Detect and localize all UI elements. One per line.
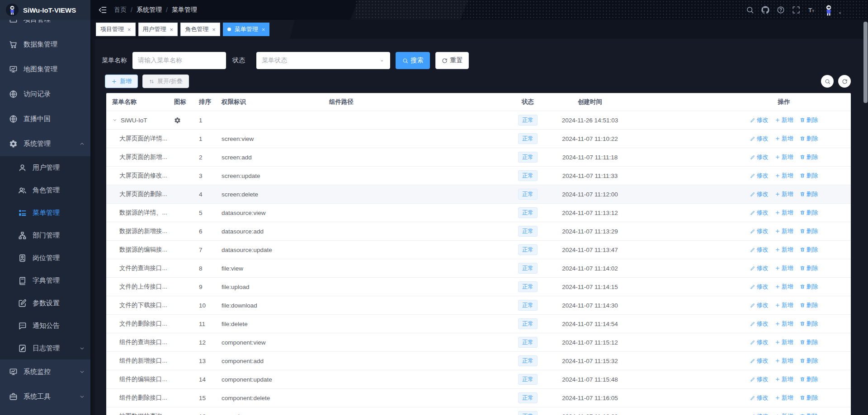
- row-add-link[interactable]: 新增: [775, 375, 793, 383]
- sidebar-item-param-settings[interactable]: 参数设置: [0, 292, 90, 314]
- row-add-link[interactable]: 新增: [775, 338, 793, 346]
- sidebar-item-dataset[interactable]: 数据集管理: [0, 32, 90, 57]
- tab-menus[interactable]: 菜单管理×: [223, 23, 270, 36]
- row-edit-link[interactable]: 修改: [750, 394, 769, 402]
- row-delete-link[interactable]: 删除: [800, 412, 818, 415]
- row-edit-link[interactable]: 修改: [750, 246, 769, 254]
- table-row[interactable]: 数据源的编辑接...7datasource:update正常2024-11-07…: [106, 241, 851, 259]
- row-add-link[interactable]: 新增: [775, 320, 793, 328]
- menu-status-select[interactable]: 菜单状态: [256, 52, 390, 69]
- row-add-link[interactable]: 新增: [775, 172, 793, 180]
- row-edit-link[interactable]: 修改: [750, 116, 769, 124]
- row-edit-link[interactable]: 修改: [750, 357, 769, 365]
- sidebar-item-menu-mgmt[interactable]: 菜单管理: [0, 201, 90, 224]
- row-delete-link[interactable]: 删除: [800, 227, 818, 235]
- row-add-link[interactable]: 新增: [775, 116, 793, 124]
- close-tab-icon[interactable]: ×: [262, 27, 265, 33]
- table-search-toggle-button[interactable]: [821, 75, 834, 88]
- row-edit-link[interactable]: 修改: [750, 320, 769, 328]
- row-edit-link[interactable]: 修改: [750, 153, 769, 161]
- add-button[interactable]: 新增: [105, 75, 138, 88]
- breadcrumb-item[interactable]: 菜单管理: [172, 6, 197, 14]
- sidebar-item-visit-log[interactable]: 访问记录: [0, 82, 90, 107]
- sidebar-item-dict-mgmt[interactable]: 字典管理: [0, 269, 90, 292]
- table-row[interactable]: 文件的查询接口...8file:view正常2024-11-07 11:14:0…: [106, 259, 851, 278]
- tab-project[interactable]: 项目管理×: [96, 23, 136, 36]
- row-add-link[interactable]: 新增: [775, 209, 793, 217]
- row-add-link[interactable]: 新增: [775, 412, 793, 415]
- table-row[interactable]: 文件的删除接口...11file:delete正常2024-11-07 11:1…: [106, 315, 851, 333]
- row-delete-link[interactable]: 删除: [800, 246, 818, 254]
- row-delete-link[interactable]: 删除: [800, 135, 818, 143]
- fullscreen-icon[interactable]: [792, 6, 800, 14]
- row-edit-link[interactable]: 修改: [750, 301, 769, 309]
- font-size-icon[interactable]: TT: [807, 6, 816, 14]
- table-refresh-button[interactable]: [838, 75, 851, 88]
- row-add-link[interactable]: 新增: [775, 246, 793, 254]
- row-add-link[interactable]: 新增: [775, 135, 793, 143]
- row-delete-link[interactable]: 删除: [800, 338, 818, 346]
- row-edit-link[interactable]: 修改: [750, 283, 769, 291]
- scrollbar-thumb[interactable]: [863, 22, 868, 103]
- row-add-link[interactable]: 新增: [775, 190, 793, 198]
- sidebar-item-live-china[interactable]: 直播中国: [0, 107, 90, 131]
- expand-collapse-button[interactable]: 展开/折叠: [142, 75, 189, 88]
- table-row[interactable]: 大屏页面的修改...3screen:update正常2024-11-07 11:…: [106, 167, 851, 185]
- row-edit-link[interactable]: 修改: [750, 135, 769, 143]
- help-icon[interactable]: [777, 6, 785, 14]
- row-edit-link[interactable]: 修改: [750, 227, 769, 235]
- sidebar-item-log-mgmt[interactable]: 日志管理: [0, 337, 90, 359]
- sidebar-item-notice[interactable]: 通知公告: [0, 314, 90, 337]
- sidebar-item-user-mgmt[interactable]: 用户管理: [0, 156, 90, 179]
- fold-sidebar-icon[interactable]: [98, 5, 107, 14]
- table-row[interactable]: 组件的编辑接口...14component:update正常2024-11-07…: [106, 370, 851, 389]
- sidebar-item-role-mgmt[interactable]: 角色管理: [0, 179, 90, 201]
- row-delete-link[interactable]: 删除: [800, 357, 818, 365]
- row-delete-link[interactable]: 删除: [800, 190, 818, 198]
- row-delete-link[interactable]: 删除: [800, 172, 818, 180]
- row-add-link[interactable]: 新增: [775, 301, 793, 309]
- row-add-link[interactable]: 新增: [775, 394, 793, 402]
- sidebar-item-post-mgmt[interactable]: 岗位管理: [0, 247, 90, 269]
- breadcrumb-item[interactable]: 系统管理: [137, 6, 162, 14]
- row-delete-link[interactable]: 删除: [800, 116, 818, 124]
- row-edit-link[interactable]: 修改: [750, 209, 769, 217]
- table-row[interactable]: 地图数据的查询...16map:view正常2024-11-07 11:16:2…: [106, 407, 851, 415]
- table-row[interactable]: SiWU-IoT1正常2024-11-26 14:51:03修改新增删除: [106, 111, 851, 130]
- sidebar-item-system[interactable]: 系统管理: [0, 131, 90, 156]
- sidebar-item-monitor[interactable]: 系统监控: [0, 359, 90, 384]
- row-delete-link[interactable]: 删除: [800, 394, 818, 402]
- tab-users[interactable]: 用户管理×: [138, 23, 178, 36]
- row-add-link[interactable]: 新增: [775, 283, 793, 291]
- table-row[interactable]: 大屏页面的新增...2screen:add正常2024-11-07 11:11:…: [106, 148, 851, 167]
- user-avatar[interactable]: [823, 2, 843, 18]
- row-delete-link[interactable]: 删除: [800, 320, 818, 328]
- table-row[interactable]: 组件的删除接口...15component:delete正常2024-11-07…: [106, 389, 851, 407]
- tab-roles[interactable]: 角色管理×: [180, 23, 220, 36]
- row-edit-link[interactable]: 修改: [750, 172, 769, 180]
- table-row[interactable]: 大屏页面的删除...4screen:delete正常2024-11-07 11:…: [106, 185, 851, 204]
- sidebar-item-tools[interactable]: 系统工具: [0, 384, 90, 409]
- sidebar-item-atlas[interactable]: 地图集管理: [0, 57, 90, 82]
- close-tab-icon[interactable]: ×: [170, 27, 174, 33]
- row-delete-link[interactable]: 删除: [800, 153, 818, 161]
- table-row[interactable]: 大屏页面的详情...1screen:view正常2024-11-07 11:10…: [106, 130, 851, 148]
- search-icon[interactable]: [746, 6, 754, 14]
- row-edit-link[interactable]: 修改: [750, 338, 769, 346]
- row-edit-link[interactable]: 修改: [750, 190, 769, 198]
- table-row[interactable]: 文件的下载接口...10file:download正常2024-11-07 11…: [106, 296, 851, 315]
- menu-name-input[interactable]: 请输入菜单名称: [132, 52, 226, 69]
- row-delete-link[interactable]: 删除: [800, 283, 818, 291]
- search-button[interactable]: 搜索: [396, 52, 430, 69]
- github-icon[interactable]: [761, 6, 769, 14]
- table-row[interactable]: 数据源的新增接...6datasource:add正常2024-11-07 11…: [106, 222, 851, 241]
- table-row[interactable]: 数据源的详情、...5datasource:view正常2024-11-07 1…: [106, 204, 851, 222]
- row-add-link[interactable]: 新增: [775, 357, 793, 365]
- close-tab-icon[interactable]: ×: [212, 27, 216, 33]
- row-add-link[interactable]: 新增: [775, 227, 793, 235]
- table-row[interactable]: 组件的查询接口...12component:view正常2024-11-07 1…: [106, 333, 851, 352]
- close-tab-icon[interactable]: ×: [127, 27, 131, 33]
- row-edit-link[interactable]: 修改: [750, 412, 769, 415]
- row-edit-link[interactable]: 修改: [750, 264, 769, 272]
- sidebar-item-dept-mgmt[interactable]: 部门管理: [0, 224, 90, 247]
